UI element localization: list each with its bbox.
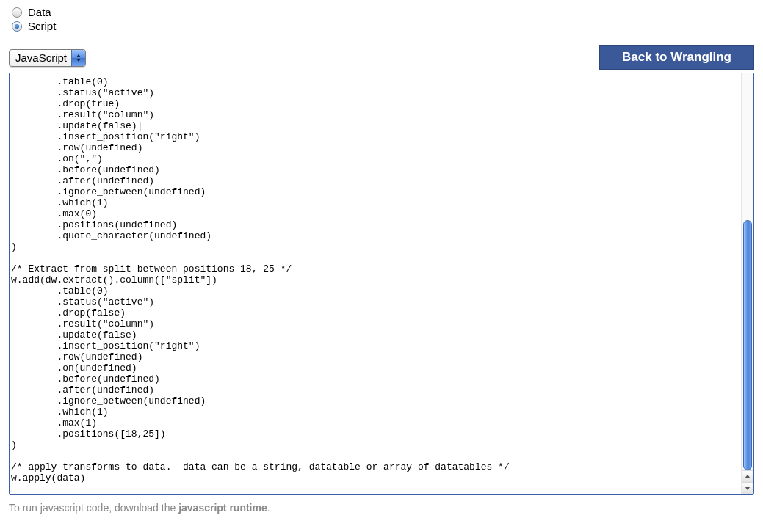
language-select[interactable]: JavaScript	[9, 49, 86, 67]
scroll-down-icon[interactable]	[742, 482, 753, 494]
toolbar: JavaScript Back to Wrangling	[9, 45, 754, 70]
scroll-track[interactable]	[742, 73, 753, 470]
radio-circle-data	[12, 7, 22, 18]
footer-hint: To run javascript code, download the jav…	[9, 502, 754, 514]
scroll-thumb[interactable]	[743, 220, 752, 470]
vertical-scrollbar[interactable]	[741, 73, 753, 494]
javascript-runtime-link[interactable]: javascript runtime	[178, 502, 267, 514]
language-select-value: JavaScript	[15, 51, 71, 64]
footer-suffix: .	[267, 502, 270, 514]
radio-label-data: Data	[28, 6, 51, 18]
view-mode-radio-group: Data Script	[9, 6, 754, 32]
radio-data[interactable]: Data	[12, 6, 754, 18]
back-to-wrangling-button[interactable]: Back to Wrangling	[599, 45, 754, 70]
code-editor[interactable]: .table(0) .status("active") .drop(true) …	[10, 73, 741, 494]
radio-circle-script	[12, 21, 22, 32]
radio-script[interactable]: Script	[12, 20, 754, 32]
scroll-up-icon[interactable]	[742, 470, 753, 482]
code-editor-frame: .table(0) .status("active") .drop(true) …	[9, 73, 754, 495]
footer-prefix: To run javascript code, download the	[9, 502, 178, 514]
select-arrows-icon	[71, 50, 85, 66]
radio-label-script: Script	[28, 20, 56, 32]
